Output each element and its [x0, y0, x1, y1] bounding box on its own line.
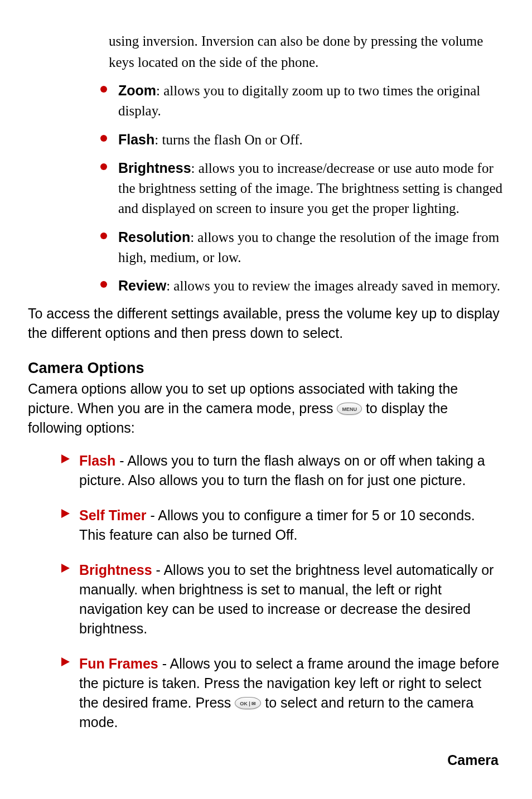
- footer-section-label: Camera: [447, 752, 499, 768]
- bullet-flash: Flash: turns the flash On or Off.: [100, 129, 504, 150]
- menu-key-icon: MENU: [337, 403, 362, 415]
- ok-key-icon: OK | ✉: [235, 697, 261, 709]
- bullet-icon: [100, 86, 107, 93]
- bullet-icon: [100, 281, 107, 288]
- settings-bullet-list: Zoom: allows you to digitally zoom up to…: [100, 80, 504, 296]
- bullet-label: Flash: [118, 132, 154, 147]
- bullet-review: Review: allows you to review the images …: [100, 275, 504, 296]
- camera-options-heading: Camera Options: [28, 360, 504, 377]
- bullet-label: Zoom: [118, 83, 156, 98]
- option-text: - Allows you to turn the flash always on…: [79, 453, 485, 488]
- arrow-icon: [61, 509, 70, 518]
- bullet-icon: [100, 135, 107, 142]
- bullet-resolution: Resolution: allows you to change the res…: [100, 227, 504, 268]
- bullet-icon: [100, 163, 107, 170]
- bullet-zoom: Zoom: allows you to digitally zoom up to…: [100, 80, 504, 122]
- option-flash: Flash - Allows you to turn the flash alw…: [61, 451, 504, 490]
- option-label: Brightness: [79, 562, 152, 578]
- option-brightness: Brightness - Allows you to set the brigh…: [61, 560, 504, 638]
- bullet-text: : allows you to review the images alread…: [166, 278, 500, 293]
- bullet-label: Brightness: [118, 160, 191, 176]
- option-label: Fun Frames: [79, 656, 158, 671]
- access-instructions: To access the different settings availab…: [28, 304, 504, 343]
- arrow-icon: [61, 657, 70, 666]
- arrow-icon: [61, 454, 70, 463]
- arrow-icon: [61, 564, 70, 573]
- option-label: Self Timer: [79, 507, 146, 523]
- bullet-text: : allows you to digitally zoom up to two…: [118, 83, 480, 118]
- bullet-label: Resolution: [118, 229, 190, 245]
- camera-options-intro: Camera options allow you to set up optio…: [28, 379, 504, 438]
- bullet-icon: [100, 233, 107, 239]
- option-label: Flash: [79, 453, 115, 468]
- camera-options-list: Flash - Allows you to turn the flash alw…: [61, 451, 504, 732]
- option-self-timer: Self Timer - Allows you to configure a t…: [61, 506, 504, 545]
- bullet-brightness: Brightness: allows you to increase/decre…: [100, 158, 504, 219]
- continuation-text: using inversion. Inversion can also be d…: [109, 31, 504, 72]
- bullet-text: : turns the flash On or Off.: [154, 132, 302, 147]
- option-fun-frames: Fun Frames - Allows you to select a fram…: [61, 654, 504, 732]
- bullet-label: Review: [118, 278, 166, 293]
